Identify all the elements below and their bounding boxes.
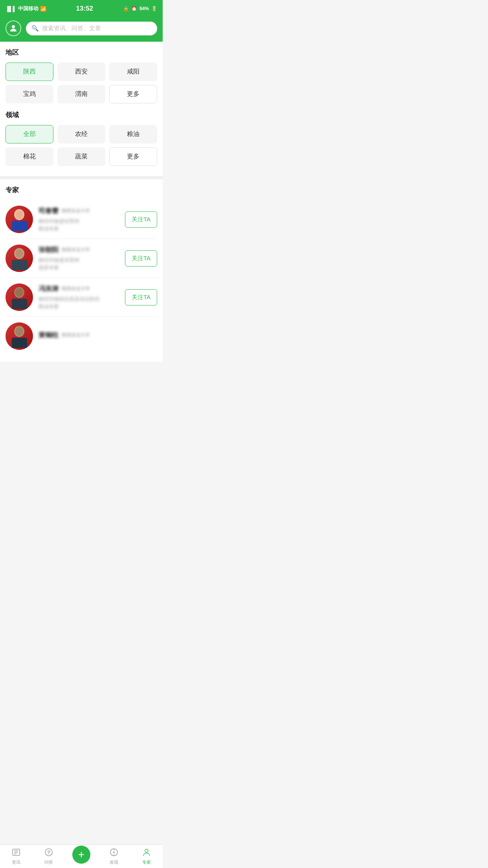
expert-item-4: 黄铜柱 陕西农业大学 [6, 317, 157, 355]
expert-name-4: 黄铜柱 [39, 331, 59, 340]
expert-avatar-3 [6, 283, 33, 311]
svg-point-9 [15, 288, 23, 297]
experts-section: 专家 司春蕾 陕西农业大学 粮经作物遗传育种 粮油专家 [0, 179, 163, 362]
expert-avatar-1 [6, 206, 33, 233]
expert-name-2: 张朝阳 [39, 245, 59, 254]
region-btn-baoji[interactable]: 宝鸡 [6, 85, 53, 103]
domain-btn-all[interactable]: 全部 [6, 125, 53, 143]
expert-name-3: 冯东涛 [39, 284, 59, 293]
svg-point-3 [15, 210, 23, 219]
expert-info-2: 张朝阳 陕西农业大学 粮经作物遗传育种 蔬菜专家 [39, 245, 119, 272]
expert-tag-4: 陕西农业大学 [62, 332, 90, 338]
region-title: 地区 [6, 48, 157, 57]
domain-btn-shucai[interactable]: 蔬菜 [57, 147, 105, 166]
expert-info-3: 冯东涛 陕西农业大学 粮经作物病虫害及综合防控 粮油专家 [39, 284, 119, 311]
section-divider [0, 176, 163, 179]
svg-rect-8 [12, 299, 27, 309]
domain-btn-nongji[interactable]: 农经 [57, 125, 105, 143]
region-btn-shaanxi[interactable]: 陕西 [6, 63, 53, 81]
domain-btn-liangyou[interactable]: 粮油 [109, 125, 157, 143]
expert-desc-3a: 粮经作物病虫害及综合防控 [39, 295, 119, 303]
domain-title: 领域 [6, 110, 157, 120]
follow-btn-1[interactable]: 关注TA [125, 211, 157, 228]
domain-btn-more[interactable]: 更多 [109, 147, 157, 166]
domain-grid-2: 棉花 蔬菜 更多 [6, 147, 157, 166]
domain-grid: 全部 农经 粮油 [6, 125, 157, 143]
follow-btn-2[interactable]: 关注TA [125, 250, 157, 267]
search-placeholder: 搜索资讯、问答、文章 [42, 25, 101, 32]
domain-btn-mianhua[interactable]: 棉花 [6, 147, 53, 166]
expert-item: 司春蕾 陕西农业大学 粮经作物遗传育种 粮油专家 关注TA [6, 200, 157, 239]
region-grid: 陕西 西安 咸阳 [6, 63, 157, 81]
expert-name-1: 司春蕾 [39, 206, 59, 215]
battery-icon: 🔋 [151, 6, 157, 11]
status-left: ▐▌▌ 中国移动 📶 [6, 5, 46, 12]
carrier-name: 中国移动 [18, 5, 39, 12]
svg-point-0 [12, 25, 15, 28]
svg-rect-5 [12, 260, 27, 270]
lock-icon: 🔒 [123, 6, 129, 11]
expert-info-1: 司春蕾 陕西农业大学 粮经作物遗传育种 粮油专家 [39, 206, 119, 233]
svg-point-12 [15, 327, 23, 336]
user-avatar[interactable] [6, 20, 21, 36]
expert-avatar-4 [6, 322, 33, 350]
expert-desc-3b: 粮油专家 [39, 303, 119, 311]
status-bar: ▐▌▌ 中国移动 📶 13:52 🔒 ⏰ 94% 🔋 [0, 0, 163, 17]
expert-item-2: 张朝阳 陕西农业大学 粮经作物遗传育种 蔬菜专家 关注TA [6, 239, 157, 278]
region-filter: 地区 陕西 西安 咸阳 宝鸡 渭南 更多 领域 全部 农经 粮油 棉花 蔬菜 更… [0, 42, 163, 176]
signal-icon: ▐▌▌ [6, 6, 17, 12]
alarm-icon: ⏰ [131, 6, 137, 11]
expert-tag-3: 陕西农业大学 [62, 285, 90, 292]
expert-item-3: 冯东涛 陕西农业大学 粮经作物病虫害及综合防控 粮油专家 关注TA [6, 278, 157, 317]
battery-percent: 94% [139, 6, 149, 11]
header: 🔍 搜索资讯、问答、文章 [0, 17, 163, 42]
search-icon: 🔍 [31, 25, 39, 32]
expert-avatar-2 [6, 245, 33, 272]
region-btn-xian[interactable]: 西安 [57, 63, 105, 81]
status-time: 13:52 [76, 5, 93, 13]
region-grid-2: 宝鸡 渭南 更多 [6, 85, 157, 103]
expert-tag-2: 陕西农业大学 [62, 246, 90, 253]
expert-info-4: 黄铜柱 陕西农业大学 [39, 331, 157, 342]
search-bar[interactable]: 🔍 搜索资讯、问答、文章 [26, 22, 157, 35]
expert-desc-1a: 粮经作物遗传育种 [39, 217, 119, 225]
expert-desc-2a: 粮经作物遗传育种 [39, 256, 119, 264]
svg-point-6 [15, 249, 23, 258]
experts-title: 专家 [6, 186, 157, 195]
expert-tag-1: 陕西农业大学 [62, 208, 90, 214]
region-btn-weinan[interactable]: 渭南 [57, 85, 105, 103]
expert-desc-1b: 粮油专家 [39, 225, 119, 233]
region-btn-more[interactable]: 更多 [109, 85, 157, 103]
follow-btn-3[interactable]: 关注TA [125, 289, 157, 305]
svg-rect-11 [12, 338, 27, 348]
expert-desc-2b: 蔬菜专家 [39, 264, 119, 272]
status-right: 🔒 ⏰ 94% 🔋 [123, 6, 157, 11]
wifi-icon: 📶 [40, 6, 46, 12]
region-btn-xianyang[interactable]: 咸阳 [109, 63, 157, 81]
svg-rect-2 [12, 221, 27, 231]
